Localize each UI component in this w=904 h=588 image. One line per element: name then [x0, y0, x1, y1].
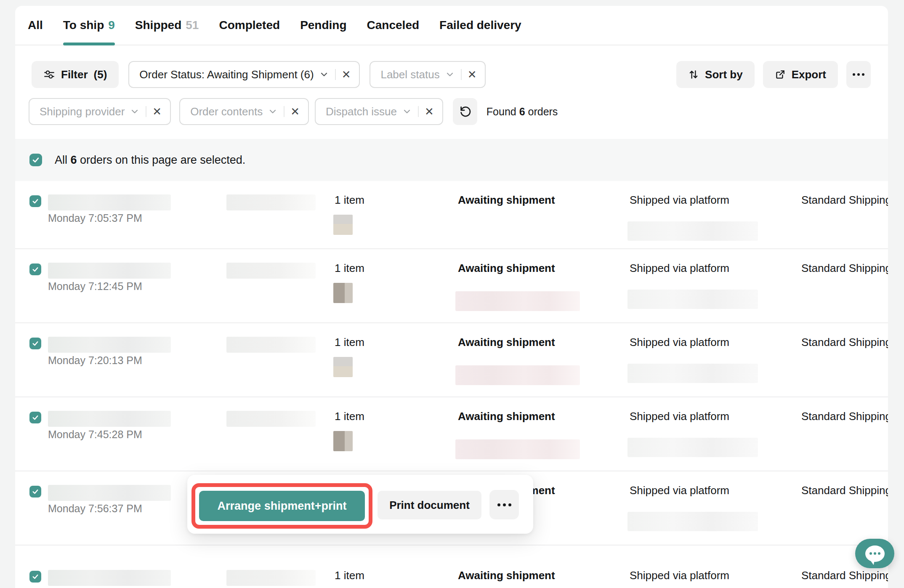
fulfillment-method: Shipped via platform	[630, 194, 729, 207]
chip-divider	[461, 69, 462, 80]
checkmark-icon	[32, 573, 39, 580]
order-item-count: 1 item	[335, 569, 364, 582]
fulfillment-method: Shipped via platform	[630, 410, 729, 423]
checkmark-icon	[32, 488, 39, 495]
order-time: Monday 7:56:37 PM	[48, 503, 142, 515]
order-status: Awaiting shipment	[458, 262, 555, 275]
product-thumbnail-redacted	[333, 215, 353, 235]
close-icon[interactable]: ✕	[152, 106, 162, 117]
found-suffix: orders	[525, 106, 558, 117]
tab-canceled[interactable]: Canceled	[367, 6, 420, 45]
shipping-provider-filter-chip[interactable]: Shipping provider ✕	[29, 98, 171, 125]
tab-to-ship[interactable]: To ship 9	[63, 6, 115, 45]
product-thumbnail-redacted	[333, 357, 353, 377]
close-icon[interactable]: ✕	[425, 106, 434, 117]
tab-shipped[interactable]: Shipped 51	[135, 6, 199, 45]
checkmark-icon	[32, 156, 40, 164]
undo-icon	[459, 105, 471, 118]
order-row: Monday 7:20:13 PM 1 item Awaiting shipme…	[15, 323, 888, 397]
order-checkbox[interactable]	[29, 412, 41, 423]
chip-label: Order contents	[190, 105, 263, 118]
order-id-redacted	[48, 570, 171, 586]
order-checkbox[interactable]	[29, 263, 41, 275]
label-status-filter-chip[interactable]: Label status ✕	[370, 61, 486, 88]
arrange-shipment-print-button[interactable]: Arrange shipment+print	[199, 491, 365, 521]
order-checkbox[interactable]	[29, 486, 41, 498]
select-all-checkbox[interactable]	[29, 154, 42, 166]
annotation-highlight-red: Arrange shipment+print	[191, 483, 372, 529]
tab-pending[interactable]: Pending	[300, 6, 346, 45]
filter-count: (5)	[94, 68, 107, 81]
order-item-count: 1 item	[335, 336, 364, 349]
ellipsis-icon	[497, 503, 500, 506]
order-row: 1 item Awaiting shipment Shipped via pla…	[15, 545, 888, 588]
selection-prefix: All	[55, 154, 71, 166]
order-id-redacted	[48, 263, 171, 279]
status-note-redacted	[455, 365, 580, 385]
fulfillment-method: Shipped via platform	[630, 262, 729, 275]
shipping-option: Standard Shipping	[801, 194, 888, 207]
dispatch-issue-filter-chip[interactable]: Dispatch issue ✕	[315, 98, 443, 125]
order-time: Monday 7:20:13 PM	[48, 354, 142, 367]
reset-filters-button[interactable]	[453, 98, 477, 125]
chip-divider	[418, 106, 419, 117]
order-row: Monday 7:12:45 PM 1 item Awaiting shipme…	[15, 249, 888, 323]
order-id-redacted	[48, 411, 171, 427]
order-checkbox[interactable]	[29, 338, 41, 349]
chip-label: Order Status: Awaiting Shipment (6)	[139, 68, 314, 81]
export-button[interactable]: Export	[763, 61, 838, 88]
filter-button[interactable]: Filter (5)	[32, 61, 119, 88]
export-icon	[775, 69, 786, 80]
order-time: Monday 7:12:45 PM	[48, 280, 142, 293]
tab-label: All	[28, 19, 43, 32]
order-checkbox[interactable]	[29, 195, 41, 207]
order-tabs: All To ship 9 Shipped 51 Completed Pendi…	[15, 6, 888, 45]
sort-by-button[interactable]: Sort by	[676, 61, 755, 88]
order-item-count: 1 item	[335, 410, 364, 423]
shipping-option: Standard Shipping	[801, 484, 888, 497]
more-bulk-actions-button[interactable]	[489, 490, 519, 519]
more-actions-button[interactable]	[846, 61, 871, 88]
chevron-down-icon[interactable]	[445, 69, 455, 80]
chip-label: Dispatch issue	[326, 105, 397, 118]
support-chat-button[interactable]	[855, 539, 894, 568]
order-status: Awaiting shipment	[458, 336, 555, 349]
close-icon[interactable]: ✕	[468, 69, 477, 80]
checkmark-icon	[32, 266, 39, 273]
order-row: Monday 7:45:28 PM 1 item Awaiting shipme…	[15, 397, 888, 471]
shipping-option: Standard Shipping	[801, 410, 888, 423]
tab-count: 51	[186, 19, 199, 32]
order-status-filter-chip[interactable]: Order Status: Awaiting Shipment (6) ✕	[128, 61, 360, 88]
order-status: Awaiting shipment	[458, 410, 555, 423]
fulfillment-method: Shipped via platform	[630, 336, 729, 349]
order-checkbox[interactable]	[29, 571, 41, 583]
tab-label: Completed	[219, 19, 280, 32]
checkmark-icon	[32, 340, 39, 347]
chevron-down-icon[interactable]	[268, 106, 278, 117]
close-icon[interactable]: ✕	[342, 69, 351, 80]
sort-arrows-icon	[688, 69, 699, 80]
product-thumbnail-redacted	[333, 283, 353, 303]
tracking-info-redacted	[627, 364, 758, 383]
chip-label: Shipping provider	[40, 105, 125, 118]
filter-label: Filter	[61, 68, 88, 81]
tab-label: Failed delivery	[439, 19, 521, 32]
shipping-option: Standard Shipping	[801, 569, 888, 582]
close-icon[interactable]: ✕	[290, 106, 300, 117]
tracking-info-redacted	[627, 290, 758, 309]
bulk-action-popup: Arrange shipment+print Print document	[187, 475, 533, 534]
tab-all[interactable]: All	[28, 6, 43, 45]
chevron-down-icon[interactable]	[130, 106, 140, 117]
tab-completed[interactable]: Completed	[219, 6, 280, 45]
chevron-down-icon[interactable]	[319, 69, 329, 80]
product-thumbnail-redacted	[333, 431, 353, 451]
order-contents-filter-chip[interactable]: Order contents ✕	[179, 98, 309, 125]
chevron-down-icon[interactable]	[402, 106, 412, 117]
tab-failed-delivery[interactable]: Failed delivery	[439, 6, 521, 45]
chip-label: Label status	[380, 68, 439, 81]
order-row: Monday 7:05:37 PM 1 item Awaiting shipme…	[15, 181, 888, 249]
print-document-button[interactable]: Print document	[378, 491, 481, 519]
order-id-redacted	[48, 485, 171, 501]
chip-divider	[335, 69, 336, 80]
tracking-info-redacted	[627, 438, 758, 457]
